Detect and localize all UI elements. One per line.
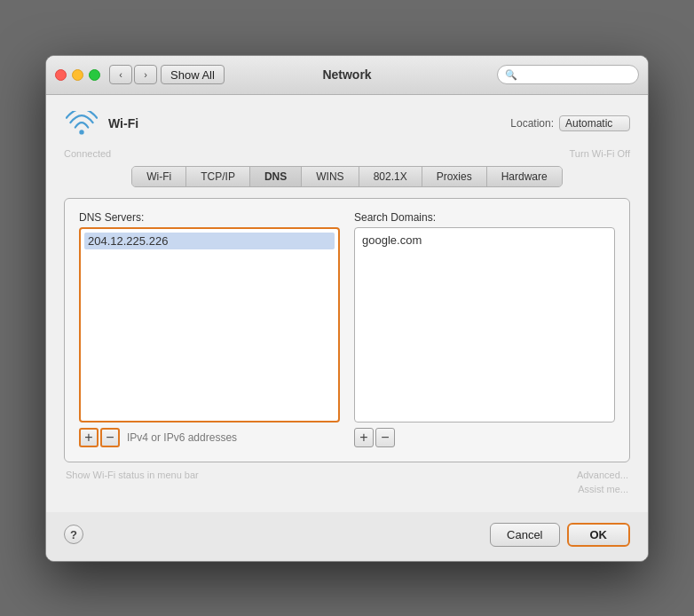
content-area: Wi-Fi Location: Automatic Connected Turn… <box>46 95 648 512</box>
wifi-name: Wi-Fi <box>108 116 138 130</box>
location-row: Location: Automatic <box>510 115 630 131</box>
assist-row: Assist me... <box>64 484 630 494</box>
svg-point-0 <box>79 130 83 134</box>
tab-wifi[interactable]: Wi-Fi <box>132 167 186 186</box>
back-button[interactable]: ‹ <box>109 65 132 84</box>
show-wifi-status-label: Show Wi-Fi status in menu bar <box>66 470 199 480</box>
tab-bar: Wi-Fi TCP/IP DNS WINS 802.1X Proxies Har… <box>131 166 562 187</box>
wifi-svg <box>66 111 98 136</box>
tab-tcpip[interactable]: TCP/IP <box>186 167 250 186</box>
search-domains-col: Search Domains: google.com + − <box>354 211 615 447</box>
search-domains-listbox[interactable]: google.com <box>354 227 615 423</box>
dns-servers-label: DNS Servers: <box>79 211 340 224</box>
wifi-icon <box>64 109 99 138</box>
location-select[interactable]: Automatic <box>559 115 630 131</box>
tab-8021x[interactable]: 802.1X <box>359 167 422 186</box>
search-domain-entry[interactable]: google.com <box>359 232 611 249</box>
add-search-domain-button[interactable]: + <box>354 428 374 447</box>
status-row: Connected Turn Wi-Fi Off <box>64 148 630 159</box>
dns-server-entry[interactable]: 204.12.225.226 <box>84 233 335 249</box>
help-button[interactable]: ? <box>64 525 83 544</box>
connected-status: Connected <box>64 148 111 159</box>
dns-panel: DNS Servers: 204.12.225.226 + − IPv4 or … <box>64 198 630 462</box>
assist-label: Assist me... <box>578 484 628 494</box>
show-all-button[interactable]: Show All <box>161 65 225 84</box>
turn-wifi-off: Turn Wi-Fi Off <box>570 148 630 159</box>
advanced-label: Advanced... <box>577 470 628 480</box>
titlebar: ‹ › Show All Network 🔍 <box>46 56 648 95</box>
remove-search-domain-button[interactable]: − <box>375 428 395 447</box>
bottom-info-row: Show Wi-Fi status in menu bar Advanced..… <box>64 470 630 480</box>
tab-proxies[interactable]: Proxies <box>422 167 487 186</box>
network-window: ‹ › Show All Network 🔍 Wi-Fi <box>45 55 649 562</box>
action-buttons: Cancel OK <box>490 523 630 547</box>
close-button[interactable] <box>55 69 67 81</box>
dns-section: DNS Servers: 204.12.225.226 + − IPv4 or … <box>79 211 615 447</box>
dns-servers-controls: + − IPv4 or IPv6 addresses <box>79 428 340 447</box>
minimize-button[interactable] <box>72 69 83 81</box>
location-label: Location: <box>510 117 554 130</box>
search-domains-label: Search Domains: <box>354 211 615 224</box>
add-dns-server-button[interactable]: + <box>79 428 99 447</box>
cancel-button[interactable]: Cancel <box>490 523 559 547</box>
dns-servers-col: DNS Servers: 204.12.225.226 + − IPv4 or … <box>79 211 340 447</box>
ipv-hint: IPv4 or IPv6 addresses <box>127 431 237 444</box>
dns-servers-listbox[interactable]: 204.12.225.226 <box>79 227 340 423</box>
tab-hardware[interactable]: Hardware <box>487 167 562 186</box>
tab-wins[interactable]: WINS <box>302 167 359 186</box>
maximize-button[interactable] <box>89 69 100 81</box>
traffic-lights <box>55 69 100 81</box>
search-domains-controls: + − <box>354 428 615 447</box>
search-icon: 🔍 <box>505 69 517 81</box>
search-bar[interactable]: 🔍 <box>497 65 639 84</box>
wifi-header: Wi-Fi Location: Automatic <box>64 109 630 138</box>
tab-dns[interactable]: DNS <box>250 167 302 186</box>
nav-buttons: ‹ › <box>109 65 157 84</box>
forward-button[interactable]: › <box>134 65 157 84</box>
remove-dns-server-button[interactable]: − <box>100 428 120 447</box>
ok-button[interactable]: OK <box>567 523 631 547</box>
window-title: Network <box>322 67 371 82</box>
bottom-bar: ? Cancel OK <box>46 512 648 561</box>
